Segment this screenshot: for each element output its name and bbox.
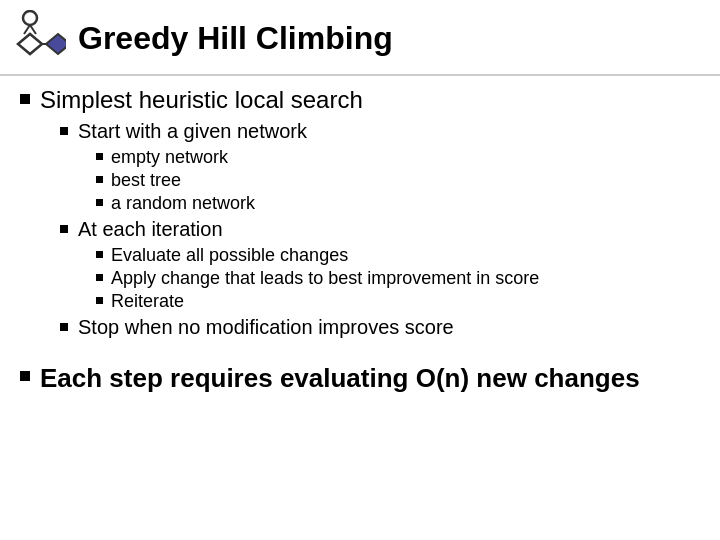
page-title: Greedy Hill Climbing: [78, 20, 393, 57]
level3-item-1-1: empty network: [96, 147, 700, 168]
level3-item-1-2: best tree: [96, 170, 700, 191]
bullet-2-3: [60, 323, 68, 331]
bullet-3-1-3: [96, 199, 103, 206]
bullet-3-1-1: [96, 153, 103, 160]
level3-container-1: empty network best tree a random network: [96, 147, 700, 214]
level3-item-2-3: Reiterate: [96, 291, 700, 312]
level3-item-2-2: Apply change that leads to best improvem…: [96, 268, 700, 289]
level1-text-1: Simplest heuristic local search: [40, 86, 363, 114]
level2-text-2: At each iteration: [78, 218, 223, 241]
svg-point-0: [23, 11, 37, 25]
bullet-3-2-3: [96, 297, 103, 304]
svg-line-3: [24, 25, 30, 34]
level2-item-3: Stop when no modification improves score: [60, 316, 700, 339]
level3-item-1-3: a random network: [96, 193, 700, 214]
level3-item-2-1: Evaluate all possible changes: [96, 245, 700, 266]
bullet-3-1-2: [96, 176, 103, 183]
level2-container-1: Start with a given network empty network…: [60, 120, 700, 339]
level3-text-1-1: empty network: [111, 147, 228, 168]
level2-item-1: Start with a given network: [60, 120, 700, 143]
level3-container-2: Evaluate all possible changes Apply chan…: [96, 245, 700, 312]
level2-text-3: Stop when no modification improves score: [78, 316, 454, 339]
svg-line-4: [30, 25, 36, 34]
bullet-2-1: [60, 127, 68, 135]
svg-marker-2: [46, 34, 66, 54]
footer-section: Each step requires evaluating O(n) new c…: [0, 363, 720, 394]
level3-text-2-2: Apply change that leads to best improvem…: [111, 268, 539, 289]
svg-marker-1: [18, 34, 42, 54]
level3-text-2-3: Reiterate: [111, 291, 184, 312]
level2-item-2: At each iteration: [60, 218, 700, 241]
footer-level1: Each step requires evaluating O(n) new c…: [20, 363, 700, 394]
level3-text-1-2: best tree: [111, 170, 181, 191]
bullet-footer: [20, 371, 30, 381]
bullet-1: [20, 94, 30, 104]
level1-item-1: Simplest heuristic local search: [20, 86, 700, 114]
level3-text-1-3: a random network: [111, 193, 255, 214]
level2-text-1: Start with a given network: [78, 120, 307, 143]
bullet-3-2-1: [96, 251, 103, 258]
level3-text-2-1: Evaluate all possible changes: [111, 245, 348, 266]
header: Greedy Hill Climbing: [0, 0, 720, 76]
footer-text: Each step requires evaluating O(n) new c…: [40, 363, 640, 394]
bullet-2-2: [60, 225, 68, 233]
bullet-3-2-2: [96, 274, 103, 281]
main-content: Simplest heuristic local search Start wi…: [0, 86, 720, 353]
header-icon: [10, 10, 66, 66]
